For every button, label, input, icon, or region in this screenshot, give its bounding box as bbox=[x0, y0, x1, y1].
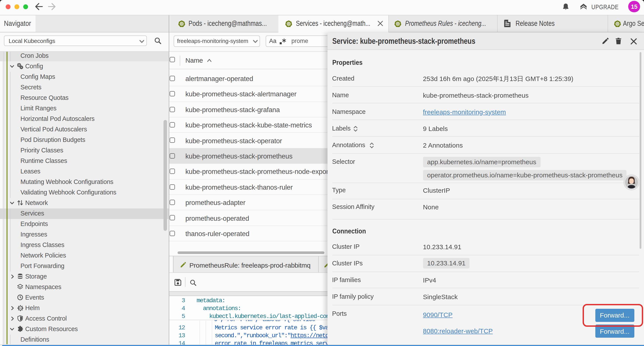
svg-text:HELM: HELM bbox=[18, 307, 23, 309]
